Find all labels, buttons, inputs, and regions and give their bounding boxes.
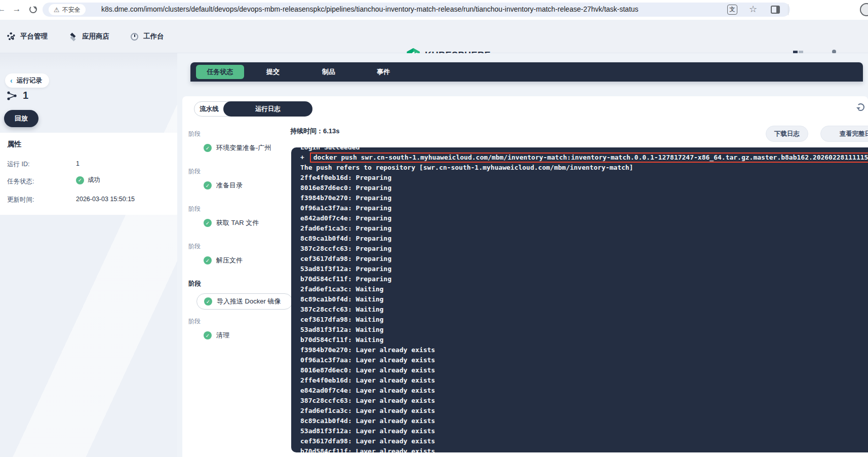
stage-item[interactable]: ✓导入推送 Docker 镜像 bbox=[196, 293, 293, 310]
address-bar[interactable]: ⚠ 不安全 k8s.dme.com/imom/clusters/default/… bbox=[43, 3, 790, 17]
chevron-left-icon: ‹ bbox=[10, 77, 13, 85]
stage-item[interactable]: ✓环境变量准备-广州 bbox=[188, 143, 297, 153]
log-line: cef3617dfa98: Layer already exists bbox=[300, 436, 868, 446]
stage-item[interactable]: ✓解压文件 bbox=[188, 256, 297, 265]
security-label: 不安全 bbox=[62, 6, 81, 14]
duration-label: 持续时间： bbox=[290, 127, 323, 135]
toolbar-divider bbox=[788, 4, 788, 15]
log-panel[interactable]: Login Succeeded+ docker push swr.cn-sout… bbox=[291, 147, 868, 452]
success-check-icon: ✓ bbox=[204, 219, 212, 227]
stage-item-label: 导入推送 Docker 镜像 bbox=[217, 297, 281, 306]
attr-updated-value: 2026-03-03 15:50:15 bbox=[76, 196, 135, 203]
log-line: + docker push swr.cn-south-1.myhuaweiclo… bbox=[300, 153, 868, 163]
stage-item[interactable]: ✓获取 TAR 文件 bbox=[188, 218, 297, 227]
stage-item-label: 环境变量准备-广州 bbox=[216, 143, 271, 153]
log-line: 53ad81f3f12a: Preparing bbox=[300, 264, 868, 274]
nav-app-store[interactable]: 应用商店 bbox=[69, 32, 109, 41]
highlighted-command: docker push swr.cn-south-1.myhuaweicloud… bbox=[310, 153, 868, 163]
tab-events[interactable]: 事件 bbox=[377, 62, 390, 82]
log-line: 2ffe4f0eb16d: Layer already exists bbox=[300, 375, 868, 386]
nav-workbench[interactable]: 工作台 bbox=[131, 32, 164, 41]
attr-status-label: 任务状态: bbox=[7, 177, 34, 186]
stage-section-label: 阶段 bbox=[188, 280, 297, 288]
workbench-icon bbox=[131, 33, 138, 41]
stage-item[interactable]: ✓清理 bbox=[188, 331, 297, 340]
stage-section-label: 阶段 bbox=[188, 130, 297, 138]
log-line: 8c89ca1b0f4d: Preparing bbox=[300, 234, 868, 244]
back-label: 运行记录 bbox=[17, 77, 42, 85]
log-line: 0f96a1c3f7aa: Layer already exists bbox=[300, 355, 868, 365]
nav-label: 平台管理 bbox=[20, 32, 48, 41]
replay-button[interactable]: 回放 bbox=[4, 110, 38, 127]
log-line: 53ad81f3f12a: Layer already exists bbox=[300, 426, 868, 436]
tab-task-status[interactable]: 任务状态 bbox=[196, 65, 244, 79]
tab-artifacts[interactable]: 制品 bbox=[322, 62, 335, 82]
forward-icon[interactable]: → bbox=[11, 4, 22, 14]
log-line: b70d584cf11f: Waiting bbox=[300, 335, 868, 345]
attr-updated-label: 更新时间: bbox=[7, 196, 34, 204]
back-to-run-records[interactable]: ‹ 运行记录 bbox=[5, 73, 49, 88]
log-line: 53ad81f3f12a: Waiting bbox=[300, 325, 868, 335]
success-check-icon: ✓ bbox=[76, 176, 84, 184]
success-check-icon: ✓ bbox=[204, 331, 212, 339]
stage-section-label: 阶段 bbox=[188, 205, 297, 213]
log-line: 2fad6ef1ca3c: Layer already exists bbox=[300, 406, 868, 416]
task-status-card: 流水线 运行日志 阶段✓环境变量准备-广州阶段✓准备目录阶段✓获取 TAR 文件… bbox=[182, 96, 868, 457]
success-check-icon: ✓ bbox=[204, 256, 212, 264]
log-line: cef3617dfa98: Preparing bbox=[300, 254, 868, 264]
log-line: The push refers to repository [swr.cn-so… bbox=[300, 163, 868, 173]
success-check-icon: ✓ bbox=[204, 297, 212, 306]
stage-item-label: 准备目录 bbox=[216, 181, 243, 190]
log-line: cef3617dfa98: Waiting bbox=[300, 315, 868, 325]
duration: 持续时间：6.13s bbox=[290, 127, 340, 136]
security-chip[interactable]: ⚠ 不安全 bbox=[49, 4, 86, 15]
stage-item-label: 清理 bbox=[216, 331, 229, 340]
run-sidebar: ‹ 运行记录 1 回放 属性 运行 ID: 1 任务状态: ✓ 成功 更新时间:… bbox=[0, 53, 177, 457]
status-text: 成功 bbox=[88, 176, 100, 184]
app-store-icon bbox=[69, 32, 77, 41]
run-number: 1 bbox=[23, 90, 28, 101]
page-body: ‹ 运行记录 1 回放 属性 运行 ID: 1 任务状态: ✓ 成功 更新时间:… bbox=[0, 53, 868, 457]
log-line: b70d584cf11f: Layer already exists bbox=[300, 446, 868, 452]
back-icon[interactable]: ← bbox=[0, 4, 7, 14]
log-line: b70d584cf11f: Preparing bbox=[300, 274, 868, 284]
gear-icon bbox=[7, 32, 15, 41]
url-text: k8s.dme.com/imom/clusters/default/devops… bbox=[101, 5, 639, 13]
subtab-run-log[interactable]: 运行日志 bbox=[223, 101, 312, 117]
log-lines: Login Succeeded+ docker push swr.cn-sout… bbox=[300, 147, 868, 452]
attr-run-id-value: 1 bbox=[76, 160, 80, 167]
stage-item[interactable]: ✓准备目录 bbox=[188, 181, 297, 190]
log-line: 387c28ccfc63: Layer already exists bbox=[300, 396, 868, 406]
subtab-pipeline[interactable]: 流水线 bbox=[194, 102, 224, 116]
success-check-icon: ✓ bbox=[204, 181, 212, 189]
refresh-icon[interactable] bbox=[857, 103, 864, 111]
view-toggle: 流水线 运行日志 bbox=[194, 101, 312, 117]
pipeline-run-icon bbox=[7, 90, 18, 101]
attributes-panel: 属性 运行 ID: 1 任务状态: ✓ 成功 更新时间: 2026-03-03 … bbox=[0, 133, 177, 215]
stage-section-label: 阶段 bbox=[188, 242, 297, 251]
view-full-log-button[interactable]: 查看完整日志 bbox=[820, 126, 868, 142]
log-line: 2fad6ef1ca3c: Preparing bbox=[300, 223, 868, 234]
attr-status-value: ✓ 成功 bbox=[76, 176, 100, 184]
download-log-button[interactable]: 下载日志 bbox=[766, 126, 808, 142]
nav-platform-admin[interactable]: 平台管理 bbox=[7, 32, 48, 41]
log-line: 0f96a1c3f7aa: Preparing bbox=[300, 203, 868, 213]
tab-commits[interactable]: 提交 bbox=[266, 62, 280, 82]
browser-profile-avatar[interactable] bbox=[860, 3, 868, 16]
log-line: f3984b70e270: Layer already exists bbox=[300, 345, 868, 355]
run-tabbar: 任务状态 提交 制品 事件 bbox=[190, 62, 863, 82]
translate-icon[interactable]: 文 bbox=[727, 5, 737, 15]
bookmark-star-icon[interactable]: ☆ bbox=[749, 4, 757, 15]
stage-item-label: 获取 TAR 文件 bbox=[216, 218, 259, 227]
browser-refresh-icon[interactable] bbox=[29, 6, 37, 13]
log-line: 8016e87d6ec0: Preparing bbox=[300, 183, 868, 193]
stage-item-label: 解压文件 bbox=[216, 256, 243, 265]
log-line: Login Succeeded bbox=[300, 147, 868, 153]
log-line: e842ad0f7c4e: Layer already exists bbox=[300, 386, 868, 396]
log-line: 387c28ccfc63: Waiting bbox=[300, 304, 868, 315]
nav-label: 工作台 bbox=[143, 32, 164, 41]
duration-value: 6.13s bbox=[323, 127, 340, 135]
log-line: 8c89ca1b0f4d: Waiting bbox=[300, 294, 868, 304]
side-panel-icon[interactable] bbox=[771, 6, 780, 14]
log-line: 8016e87d6ec0: Layer already exists bbox=[300, 365, 868, 375]
